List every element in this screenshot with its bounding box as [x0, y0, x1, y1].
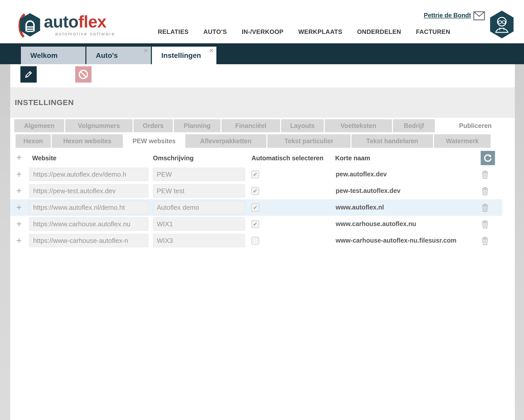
- short-name-value: www-carhouse-autoflex-nu.filesusr.com: [336, 237, 456, 244]
- description-input[interactable]: [153, 217, 245, 231]
- refresh-button[interactable]: [481, 151, 495, 165]
- close-icon[interactable]: ✕: [209, 48, 214, 54]
- website-input[interactable]: [29, 168, 148, 181]
- scrollbar-track[interactable]: [515, 64, 524, 420]
- auto-select-checkbox[interactable]: ✔: [251, 220, 259, 228]
- cancel-button[interactable]: [75, 66, 91, 83]
- tab-bedrijf[interactable]: Bedrijf: [393, 119, 435, 132]
- website-input[interactable]: [29, 201, 148, 214]
- logo-wordmark: autoflex: [44, 13, 115, 30]
- session-tab-auto-s[interactable]: Auto's✕: [86, 47, 151, 64]
- trash-icon: [481, 187, 489, 196]
- col-header-website: Website: [32, 154, 56, 162]
- delete-row-button[interactable]: [481, 220, 489, 229]
- settings-tabs-row2: HexonHexon websitesPEW websitesAfleverpa…: [16, 134, 515, 148]
- checkmark-icon: ✔: [253, 188, 257, 194]
- col-header-description: Omschrijving: [153, 154, 194, 162]
- user-avatar-icon[interactable]: [490, 11, 514, 38]
- plus-icon[interactable]: +: [16, 153, 22, 162]
- short-name-value: pew.autoflex.dev: [336, 170, 387, 178]
- user-name-link[interactable]: Pettrie de Bondt: [424, 12, 471, 19]
- table-row: +✔www.autoflex.nl: [10, 199, 515, 216]
- nav-item-relaties[interactable]: RELATIES: [158, 28, 189, 35]
- col-header-auto-select: Automatisch selecteren: [252, 154, 323, 162]
- session-tab-label: Welkom: [30, 51, 58, 60]
- session-tab-bar: WelkomAuto's✕Instellingen✕: [0, 43, 524, 64]
- description-input[interactable]: [153, 234, 245, 247]
- tab-planning[interactable]: Planning: [174, 119, 220, 132]
- toolbar: [10, 64, 515, 87]
- tab-hexon[interactable]: Hexon: [16, 134, 51, 148]
- mail-icon[interactable]: [473, 11, 485, 20]
- website-input[interactable]: [29, 234, 148, 247]
- main-nav: RELATIESAUTO'SIN-/VERKOOPWERKPLAATSONDER…: [158, 27, 450, 37]
- edit-button[interactable]: [20, 66, 37, 83]
- session-tab-label: Auto's: [96, 51, 118, 60]
- auto-select-checkbox[interactable]: ✔: [251, 187, 259, 195]
- delete-row-button[interactable]: [481, 236, 489, 245]
- close-icon[interactable]: ✕: [143, 48, 148, 54]
- tab-tekst-particulier[interactable]: Tekst particulier: [267, 134, 350, 148]
- refresh-icon: [483, 153, 493, 163]
- trash-icon: [481, 236, 489, 245]
- app-header: autoflex automotive software RELATIESAUT…: [0, 0, 524, 43]
- tab-orders[interactable]: Orders: [134, 119, 173, 132]
- trash-icon: [481, 220, 489, 229]
- website-input[interactable]: [29, 217, 148, 231]
- nav-item-facturen[interactable]: FACTUREN: [416, 28, 450, 35]
- auto-select-checkbox[interactable]: ✔: [251, 204, 259, 212]
- session-tabs: WelkomAuto's✕Instellingen✕: [21, 47, 216, 64]
- checkmark-icon: ✔: [253, 205, 257, 211]
- plus-icon[interactable]: +: [16, 219, 22, 229]
- tab-hexon-websites[interactable]: Hexon websites: [52, 134, 123, 148]
- plus-icon[interactable]: +: [16, 186, 22, 195]
- websites-table: +✔pew.autoflex.dev+✔pew-test.autoflex.de…: [10, 166, 515, 249]
- table-row: +✔www.carhouse.autoflex.nu: [10, 216, 515, 232]
- page-title: INSTELLINGEN: [15, 98, 74, 107]
- autoflex-logo-icon: [17, 13, 42, 38]
- plus-icon[interactable]: +: [16, 203, 22, 212]
- logo-subtitle: automotive software: [55, 31, 115, 37]
- session-tab-label: Instellingen: [161, 51, 201, 60]
- session-tab-welkom[interactable]: Welkom: [21, 47, 85, 64]
- session-tab-instellingen[interactable]: Instellingen✕: [152, 47, 216, 64]
- tab-algemeen[interactable]: Algemeen: [14, 119, 64, 132]
- tab-tekst-handelaren[interactable]: Tekst handelaren: [351, 134, 433, 148]
- short-name-value: pew-test.autoflex.dev: [336, 187, 400, 194]
- tab-financi-el[interactable]: Financiëel: [221, 119, 280, 132]
- trash-icon: [481, 170, 489, 179]
- auto-select-checkbox[interactable]: [251, 237, 259, 245]
- tab-pew-websites[interactable]: PEW websites: [124, 134, 184, 148]
- description-input[interactable]: [153, 168, 245, 181]
- table-row: +✔pew.autoflex.dev: [10, 166, 515, 183]
- pencil-icon: [23, 69, 34, 80]
- tab-watermerk[interactable]: Watermerk: [434, 134, 491, 148]
- table-row: +www-carhouse-autoflex-nu.filesusr.com: [10, 232, 515, 249]
- table-header: + Website Omschrijving Automatisch selec…: [10, 151, 515, 165]
- website-input[interactable]: [29, 184, 148, 198]
- description-input[interactable]: [153, 184, 245, 198]
- nav-item-werkplaats[interactable]: WERKPLAATS: [298, 28, 342, 35]
- nav-item-in-verkoop[interactable]: IN-/VERKOOP: [242, 28, 283, 35]
- tab-volgnummers[interactable]: Volgnummers: [65, 119, 133, 132]
- tab-voetteksten[interactable]: Voetteksten: [325, 119, 392, 132]
- nav-item-onderdelen[interactable]: ONDERDELEN: [357, 28, 401, 35]
- short-name-value: www.autoflex.nl: [336, 204, 384, 211]
- delete-row-button[interactable]: [481, 187, 489, 196]
- tab-afleverpakketten[interactable]: Afleverpakketten: [185, 134, 266, 148]
- nav-item-auto-s[interactable]: AUTO'S: [203, 28, 227, 35]
- short-name-value: www.carhouse.autoflex.nu: [336, 220, 416, 228]
- col-header-short-name: Korte naam: [335, 154, 370, 162]
- checkmark-icon: ✔: [253, 221, 257, 227]
- prohibited-icon: [78, 69, 89, 80]
- delete-row-button[interactable]: [481, 203, 489, 212]
- auto-select-checkbox[interactable]: ✔: [251, 170, 259, 178]
- description-input[interactable]: [153, 201, 245, 214]
- plus-icon[interactable]: +: [16, 236, 22, 245]
- autoflex-logo[interactable]: autoflex automotive software: [17, 13, 115, 38]
- tab-publiceren[interactable]: Publiceren: [436, 119, 515, 132]
- delete-row-button[interactable]: [481, 170, 489, 179]
- tab-layouts[interactable]: Layouts: [281, 119, 324, 132]
- plus-icon[interactable]: +: [16, 170, 22, 179]
- settings-tabs-row1: AlgemeenVolgnummersOrdersPlanningFinanci…: [14, 119, 515, 132]
